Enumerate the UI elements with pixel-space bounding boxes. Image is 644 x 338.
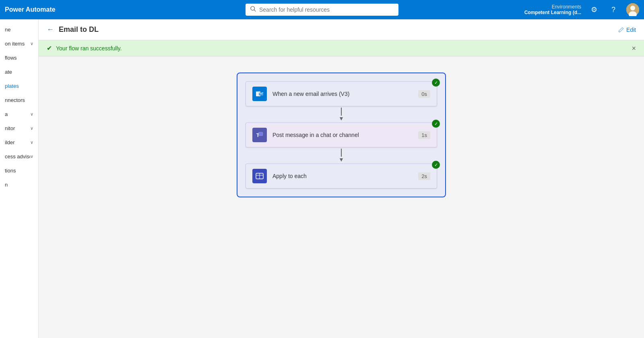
success-message: Your flow ran successfully. [56, 45, 122, 52]
success-banner: ✔ Your flow ran successfully. × [39, 40, 644, 56]
search-input[interactable] [259, 6, 394, 13]
control-icon [252, 169, 267, 183]
svg-rect-10 [258, 132, 263, 136]
content-area: ← Email to DL Edit ✔ Your flow ran succe… [39, 19, 644, 338]
step-badge-apply: 2s [418, 172, 430, 180]
step-label-teams: Post message in a chat or channel [272, 132, 413, 138]
step-badge-email: 0s [418, 90, 430, 98]
sidebar-item-ne[interactable]: ne [0, 23, 38, 37]
success-icon: ✔ [47, 44, 52, 52]
chevron-icon: ∨ [30, 140, 33, 145]
svg-line-1 [254, 10, 256, 11]
flow-step-email-trigger[interactable]: When a new email arrives (V3) 0s ✓ [246, 81, 437, 106]
flow-step-apply-each[interactable]: Apply to each 2s ✓ [246, 164, 437, 189]
svg-point-3 [630, 6, 635, 10]
edit-button[interactable]: Edit [618, 27, 636, 33]
page-title: Email to DL [59, 25, 99, 34]
sidebar-item-process-advisor[interactable]: cess advisor ∨ [0, 149, 38, 164]
chevron-icon: ∨ [30, 126, 33, 131]
teams-icon: T [252, 128, 267, 142]
environment-info: Environments Competent Learning (d... [524, 4, 581, 15]
sidebar-item-solutions[interactable]: tions [0, 164, 38, 178]
chevron-icon: ∨ [30, 154, 33, 159]
flow-canvas: When a new email arrives (V3) 0s ✓ ▼ T [39, 56, 644, 338]
sidebar-item-templates[interactable]: plates [0, 79, 38, 93]
environment-name: Competent Learning (d... [524, 10, 581, 15]
chevron-icon: ∨ [30, 41, 33, 46]
sidebar-item-action-items[interactable]: on items ∨ [0, 37, 38, 51]
nav-right-controls: Environments Competent Learning (d... ⚙ … [524, 3, 639, 16]
sidebar: ne on items ∨ flows ate plates nnectors … [0, 19, 39, 338]
top-navigation: Power Automate Environments Competent Le… [0, 0, 644, 19]
step-badge-teams: 1s [418, 131, 430, 139]
edit-label: Edit [626, 27, 636, 33]
sidebar-item-connectors[interactable]: nnectors [0, 93, 38, 107]
sidebar-item-data[interactable]: a ∨ [0, 107, 38, 121]
step-check-apply: ✓ [432, 161, 440, 169]
chevron-icon: ∨ [30, 112, 33, 117]
step-label-email: When a new email arrives (V3) [272, 91, 413, 97]
sidebar-item-flows[interactable]: flows [0, 51, 38, 65]
outlook-icon [252, 87, 267, 101]
sub-header: ← Email to DL Edit [39, 19, 644, 40]
sidebar-item-aibuilder[interactable]: ilder ∨ [0, 135, 38, 149]
app-title: Power Automate [5, 6, 56, 13]
step-check-email: ✓ [432, 79, 440, 87]
main-layout: ne on items ∨ flows ate plates nnectors … [0, 19, 644, 338]
settings-icon[interactable]: ⚙ [588, 3, 601, 16]
sidebar-item-monitor[interactable]: nitor ∨ [0, 121, 38, 135]
avatar[interactable] [626, 3, 639, 16]
step-check-teams: ✓ [432, 120, 440, 128]
search-bar[interactable] [246, 4, 398, 16]
environment-label: Environments [524, 4, 581, 10]
sidebar-item-learn[interactable]: n [0, 178, 38, 192]
step-label-apply: Apply to each [272, 173, 413, 179]
flow-container: When a new email arrives (V3) 0s ✓ ▼ T [237, 73, 446, 197]
flow-arrow-2: ▼ [339, 147, 344, 164]
search-icon [250, 6, 256, 13]
help-icon[interactable]: ? [607, 3, 620, 16]
close-banner-button[interactable]: × [632, 45, 636, 52]
flow-arrow-1: ▼ [339, 106, 344, 122]
back-button[interactable]: ← [47, 25, 54, 34]
flow-step-teams-message[interactable]: T Post message in a chat or channel 1s ✓ [246, 122, 437, 147]
sidebar-item-create[interactable]: ate [0, 65, 38, 79]
